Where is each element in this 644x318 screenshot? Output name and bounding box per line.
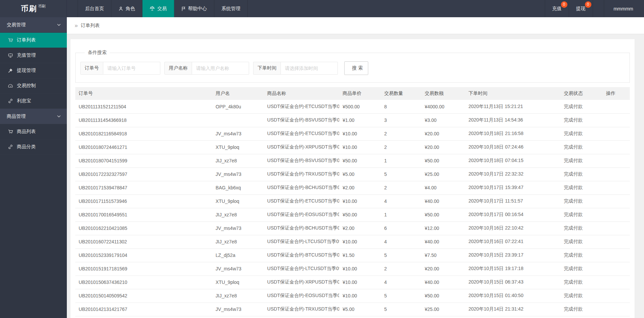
username-field-group: 用户名称 bbox=[164, 62, 249, 75]
table-row: UB2010172232327597JV_ms4w73USDT保证金合约-TRX… bbox=[75, 167, 630, 181]
table-cell: JV_ms4w73 bbox=[212, 262, 264, 275]
table-cell: 2020年10月18日 07:04:15 bbox=[465, 154, 561, 167]
order-time-input[interactable] bbox=[281, 62, 338, 75]
table-row: UB2010140701075558XTU_9ploqUSDT保证金合约-EOS… bbox=[75, 316, 630, 318]
table-row: UB2010162210421085JV_ms4w73USDT保证金合约-BCH… bbox=[75, 221, 630, 235]
table-column-header: 商品名称 bbox=[264, 87, 339, 100]
order-no-field-group: 订单号 bbox=[80, 62, 160, 75]
table-cell bbox=[602, 235, 630, 248]
order-no-input[interactable] bbox=[103, 62, 160, 75]
table-cell: USDT保证金合约-LTCUSDT当季0926 bbox=[264, 262, 339, 275]
table-cell bbox=[602, 221, 630, 235]
table-cell: 4 bbox=[381, 316, 421, 318]
table-cell: 2020年10月18日 21:16:58 bbox=[465, 127, 561, 140]
orders-table: 订单号用户名商品名称商品单价交易数量交易数额下单时间交易状态操作 UB20111… bbox=[75, 87, 630, 318]
username-input[interactable] bbox=[192, 62, 249, 75]
table-cell: 2020年10月15日 06:37:43 bbox=[465, 275, 561, 289]
table-cell: ¥25.00 bbox=[421, 167, 465, 181]
table-cell: USDT保证金合约-BTCUSDT当季0926 bbox=[264, 248, 339, 262]
orders-table-body: UB2011131521211504OPP_4k80uUSDT保证金合约-ETC… bbox=[75, 100, 630, 318]
cart-icon bbox=[7, 38, 14, 43]
table-cell: 2 bbox=[381, 127, 421, 140]
top-navbar: 币刷 币刷 后台首页角色交易帮助中心系统管理 充值 0 提现 0 mmmmm bbox=[0, 0, 644, 17]
sidebar-item-goods-category[interactable]: 商品分类 bbox=[0, 139, 67, 155]
table-cell: ¥50.00 bbox=[421, 154, 465, 167]
table-cell: USDT保证金合约-ETCUSDT当季0926 bbox=[264, 194, 339, 208]
table-cell: 完成付款 bbox=[561, 302, 603, 316]
table-cell: 2020年10月17日 15:39:47 bbox=[465, 181, 561, 194]
table-cell: USDT保证金合约-ETCUSDT当季0926 bbox=[264, 100, 339, 113]
table-cell: JIJ_xz7e8 bbox=[212, 289, 264, 302]
topnav-item-trade[interactable]: 交易 bbox=[142, 0, 174, 17]
table-cell: XTU_9ploq bbox=[212, 194, 264, 208]
table-cell: 4 bbox=[381, 194, 421, 208]
topnav-item-system[interactable]: 系统管理 bbox=[214, 0, 248, 17]
table-cell: 完成付款 bbox=[561, 275, 603, 289]
table-cell: UB2011131521211504 bbox=[75, 100, 212, 113]
table-cell: 6 bbox=[381, 221, 421, 235]
withdraw-button[interactable]: 提现 0 bbox=[569, 0, 593, 17]
content-panel: 条件搜索 订单号用户名称下单时间 搜 索 订单号用户名商品名称商品单价交易数量交… bbox=[71, 39, 635, 318]
sidebar-item-lixibao[interactable]: 利息宝 bbox=[0, 94, 67, 109]
topnav-item-dashboard[interactable]: 后台首页 bbox=[78, 0, 111, 17]
table-cell: XTU_9ploq bbox=[212, 140, 264, 154]
sidebar-item-trade-control[interactable]: 交易控制 bbox=[0, 78, 67, 94]
sidebar-item-order-list[interactable]: 订单列表 bbox=[0, 33, 67, 48]
table-cell bbox=[602, 154, 630, 167]
table-cell: 2 bbox=[381, 262, 421, 275]
table-cell: 1 bbox=[381, 208, 421, 221]
scales-icon bbox=[150, 6, 155, 11]
table-cell: 2020年10月14日 21:31:42 bbox=[465, 302, 561, 316]
table-row: UB2010150140509542JIJ_xz7e8USDT保证金合约-EOS… bbox=[75, 289, 630, 302]
table-cell: 1 bbox=[381, 154, 421, 167]
sidebar-section-title[interactable]: 商品管理 bbox=[0, 109, 67, 124]
table-cell: ¥40.00 bbox=[421, 194, 465, 208]
table-cell: UB2010160722411302 bbox=[75, 235, 212, 248]
username-field-label: 用户名称 bbox=[164, 62, 192, 75]
table-cell: USDT保证金合约-XRPUSDT当季0926 bbox=[264, 140, 339, 154]
table-cell: ¥10.00 bbox=[339, 289, 381, 302]
table-cell: ¥20.00 bbox=[421, 262, 465, 275]
user-menu[interactable]: mmmmm bbox=[604, 0, 644, 17]
sidebar-item-withdraw-mgmt[interactable]: 提现管理 bbox=[0, 63, 67, 78]
table-cell: ¥40.00 bbox=[421, 275, 465, 289]
brand-logo-sub-text: 币刷 bbox=[38, 4, 46, 9]
table-cell: XTU_9ploq bbox=[212, 316, 264, 318]
gavel-icon bbox=[7, 68, 14, 73]
table-cell: JV_ms4w73 bbox=[212, 221, 264, 235]
sidebar-item-recharge-mgmt[interactable]: 充值管理 bbox=[0, 48, 67, 63]
table-cell: 5 bbox=[381, 248, 421, 262]
table-cell: UB2010140701075558 bbox=[75, 316, 212, 318]
table-row: UB2011131521211504OPP_4k80uUSDT保证金合约-ETC… bbox=[75, 100, 630, 113]
table-cell: USDT保证金合约-BCHUSDT当季0926 bbox=[264, 221, 339, 235]
table-cell: ¥50.00 bbox=[421, 289, 465, 302]
recharge-button[interactable]: 充值 0 bbox=[545, 0, 569, 17]
breadcrumb-current: 订单列表 bbox=[81, 23, 100, 29]
menu-collapse-button[interactable] bbox=[67, 0, 78, 17]
table-column-header: 操作 bbox=[602, 87, 630, 100]
table-cell: USDT保证金合约-TRXUSDT当季0926 bbox=[264, 302, 339, 316]
table-cell: ¥4.00 bbox=[421, 181, 465, 194]
refresh-button[interactable] bbox=[593, 0, 604, 17]
topnav-item-help-center[interactable]: 帮助中心 bbox=[174, 0, 214, 17]
sidebar-section-label: 商品管理 bbox=[7, 113, 26, 120]
topnav-item-label: 帮助中心 bbox=[188, 6, 207, 12]
flag-icon bbox=[181, 6, 186, 11]
search-row: 订单号用户名称下单时间 搜 索 bbox=[80, 61, 625, 75]
table-cell: 完成付款 bbox=[561, 194, 603, 208]
table-cell: 5 bbox=[381, 289, 421, 302]
table-cell: 完成付款 bbox=[561, 316, 603, 318]
table-column-header: 交易数量 bbox=[381, 87, 421, 100]
table-cell: 5 bbox=[381, 302, 421, 316]
search-button[interactable]: 搜 索 bbox=[344, 61, 368, 75]
sidebar-section-title[interactable]: 交易管理 bbox=[0, 17, 67, 33]
sidebar-item-goods-list[interactable]: 商品列表 bbox=[0, 124, 67, 139]
table-cell bbox=[602, 248, 630, 262]
main-area: » 订单列表 条件搜索 订单号用户名称下单时间 搜 索 订单号用户名商品名称商品… bbox=[67, 0, 644, 318]
sidebar-item-label: 商品列表 bbox=[17, 129, 36, 135]
topnav-item-roles[interactable]: 角色 bbox=[111, 0, 142, 17]
sidebar-section-label: 交易管理 bbox=[7, 22, 26, 28]
brand-logo: 币刷 币刷 bbox=[0, 0, 67, 17]
table-row: UB2010170016549551JIJ_xz7e8USDT保证金合约-EOS… bbox=[75, 208, 630, 221]
gauge-icon bbox=[7, 84, 14, 88]
